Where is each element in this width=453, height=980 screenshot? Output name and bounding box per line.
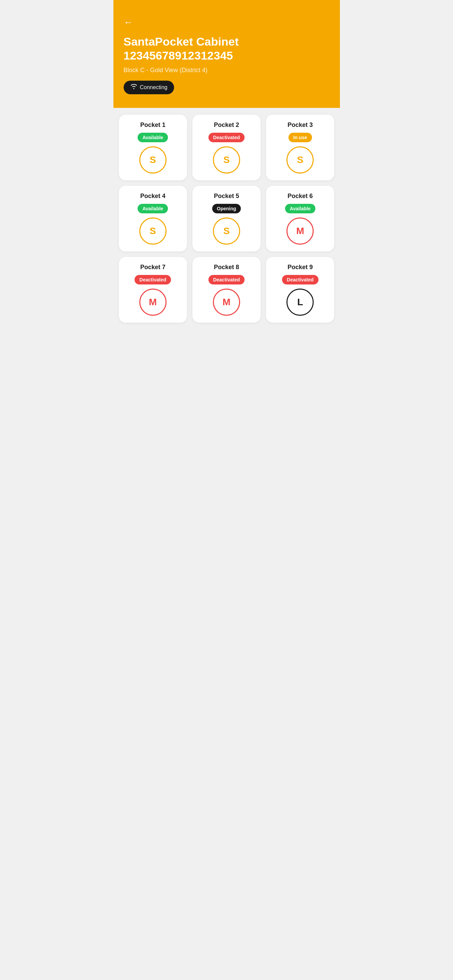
pocket-size-indicator: M: [213, 288, 240, 316]
header: ← SantaPocket Cabinet 12345678912312345 …: [113, 0, 340, 108]
pocket-name: Pocket 4: [140, 192, 166, 200]
pocket-size-indicator: L: [286, 288, 314, 316]
pocket-status-badge: Available: [137, 204, 168, 213]
cabinet-title: SantaPocket Cabinet 12345678912312345: [124, 35, 330, 63]
pocket-name: Pocket 6: [287, 192, 313, 200]
pockets-grid: Pocket 1 Available S Pocket 2 Deactivate…: [113, 108, 340, 329]
pocket-card-6[interactable]: Pocket 6 Available M: [266, 186, 334, 251]
pocket-size-indicator: S: [213, 146, 240, 173]
pocket-status-badge: Deactivated: [134, 275, 171, 285]
pocket-card-1[interactable]: Pocket 1 Available S: [119, 115, 187, 180]
pocket-status-badge: Opening: [212, 204, 241, 213]
pocket-card-4[interactable]: Pocket 4 Available S: [119, 186, 187, 251]
pocket-size-indicator: S: [286, 146, 314, 173]
pocket-status-badge: In use: [289, 133, 312, 142]
pocket-size-indicator: S: [213, 218, 240, 245]
pocket-size-indicator: S: [139, 146, 167, 173]
pocket-status-badge: Deactivated: [282, 275, 319, 285]
pocket-name: Pocket 2: [214, 121, 239, 129]
pocket-size-indicator: M: [286, 218, 314, 245]
connection-status-badge: Connecting: [124, 81, 174, 94]
connecting-label: Connecting: [140, 84, 167, 91]
pocket-status-badge: Available: [285, 204, 316, 213]
pocket-card-7[interactable]: Pocket 7 Deactivated M: [119, 257, 187, 323]
pocket-name: Pocket 7: [140, 264, 166, 271]
wifi-icon: [131, 84, 137, 91]
pocket-name: Pocket 9: [287, 264, 313, 271]
pocket-card-2[interactable]: Pocket 2 Deactivated S: [193, 115, 260, 180]
pocket-status-badge: Deactivated: [209, 275, 245, 285]
cabinet-location: Block C - Gold View (District 4): [124, 67, 330, 74]
back-button[interactable]: ←: [124, 17, 133, 28]
pocket-name: Pocket 8: [214, 264, 239, 271]
pocket-card-8[interactable]: Pocket 8 Deactivated M: [193, 257, 260, 323]
pocket-card-9[interactable]: Pocket 9 Deactivated L: [266, 257, 334, 323]
pocket-status-badge: Available: [137, 133, 168, 142]
pocket-size-indicator: S: [139, 218, 167, 245]
pocket-name: Pocket 3: [287, 121, 313, 129]
pocket-card-5[interactable]: Pocket 5 Opening S: [193, 186, 260, 251]
pocket-size-indicator: M: [139, 288, 167, 316]
pocket-status-badge: Deactivated: [209, 133, 245, 142]
pocket-name: Pocket 5: [214, 192, 239, 200]
pocket-card-3[interactable]: Pocket 3 In use S: [266, 115, 334, 180]
pocket-name: Pocket 1: [140, 121, 166, 129]
